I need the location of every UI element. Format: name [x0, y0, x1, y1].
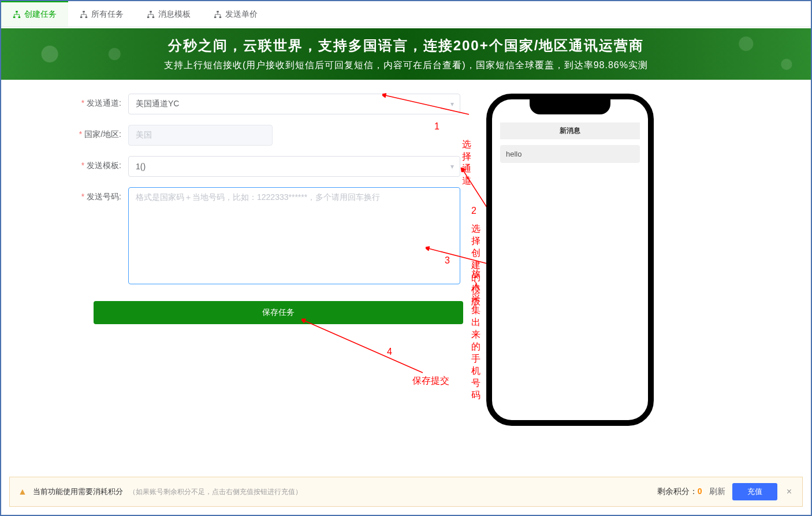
tab-label: 所有任务 — [91, 9, 124, 20]
anno-4-text: 保存提交 — [412, 375, 449, 387]
footer-sub-text: （如果账号剩余积分不足，点击右侧充值按钮进行充值） — [129, 487, 302, 497]
recharge-button[interactable]: 充值 — [732, 483, 777, 500]
svg-rect-0 — [16, 11, 18, 13]
label-numbers: *发送号码: — [13, 187, 128, 202]
tab-create-task[interactable]: 创建任务 — [1, 1, 68, 27]
svg-rect-6 — [150, 11, 152, 13]
message-preview: hello — [500, 145, 640, 163]
channel-select[interactable]: 美国通道YC ▾ — [128, 94, 460, 114]
label-channel: *发送通道: — [13, 94, 128, 109]
svg-rect-5 — [85, 17, 88, 18]
tab-all-tasks[interactable]: 所有任务 — [68, 1, 135, 27]
template-select[interactable]: 1() ▾ — [128, 156, 460, 177]
template-value: 1() — [136, 162, 146, 171]
svg-rect-1 — [13, 17, 16, 18]
footer-bar: ▲ 当前功能使用需要消耗积分 （如果账号剩余积分不足，点击右侧充值按钮进行充值）… — [9, 477, 803, 507]
tab-send-price[interactable]: 发送单价 — [202, 1, 269, 27]
svg-rect-2 — [18, 17, 21, 18]
channel-value: 美国通道YC — [136, 99, 179, 109]
hierarchy-icon — [147, 10, 155, 18]
refresh-link[interactable]: 刷新 — [709, 487, 725, 497]
svg-line-13 — [463, 170, 489, 211]
label-country: *国家/地区: — [13, 125, 128, 140]
svg-rect-9 — [217, 11, 219, 13]
banner: 分秒之间，云联世界，支持多国语言，连接200+个国家/地区通讯运营商 支持上行短… — [1, 28, 811, 80]
country-input: 美国 — [128, 125, 273, 146]
tab-label: 发送单价 — [225, 9, 258, 20]
hierarchy-icon — [80, 10, 88, 18]
label-template: *发送模板: — [13, 156, 128, 171]
tabs-bar: 创建任务 所有任务 消息模板 发送单价 — [1, 1, 811, 27]
save-task-button[interactable]: 保存任务 — [94, 301, 463, 324]
anno-2-num: 2 — [471, 206, 476, 216]
phone-preview: 新消息 hello — [486, 94, 654, 426]
svg-rect-8 — [152, 17, 155, 18]
points-label: 剩余积分：0 — [657, 487, 702, 497]
anno-3-text: 放入采集出来的手机号码 — [471, 268, 481, 402]
svg-rect-7 — [147, 17, 150, 18]
chevron-down-icon: ▾ — [450, 100, 454, 108]
tab-message-template[interactable]: 消息模板 — [135, 1, 202, 27]
tab-label: 消息模板 — [158, 9, 191, 20]
svg-rect-11 — [219, 17, 222, 18]
anno-4-num: 4 — [387, 347, 392, 357]
numbers-textarea[interactable] — [128, 187, 460, 284]
country-value: 美国 — [136, 130, 152, 140]
svg-line-15 — [304, 321, 423, 373]
phone-header: 新消息 — [500, 122, 640, 139]
banner-subtitle: 支持上行短信接收(用户接收到短信后可回复短信，内容可在后台查看)，国家短信全球覆… — [13, 60, 799, 72]
anno-2-text: 选择创建的模版 — [471, 223, 481, 308]
hierarchy-icon — [214, 10, 222, 18]
svg-rect-10 — [214, 17, 217, 18]
anno-1-text: 选择通道 — [462, 139, 471, 187]
warning-icon: ▲ — [18, 487, 27, 497]
chevron-down-icon: ▾ — [450, 162, 454, 170]
hierarchy-icon — [13, 10, 21, 18]
banner-title: 分秒之间，云联世界，支持多国语言，连接200+个国家/地区通讯运营商 — [13, 36, 799, 55]
tab-label: 创建任务 — [24, 9, 57, 20]
close-icon[interactable]: × — [784, 487, 794, 497]
svg-rect-4 — [80, 17, 83, 18]
svg-rect-3 — [83, 11, 85, 13]
points-value: 0 — [698, 487, 702, 496]
footer-main-text: 当前功能使用需要消耗积分 — [33, 487, 123, 497]
